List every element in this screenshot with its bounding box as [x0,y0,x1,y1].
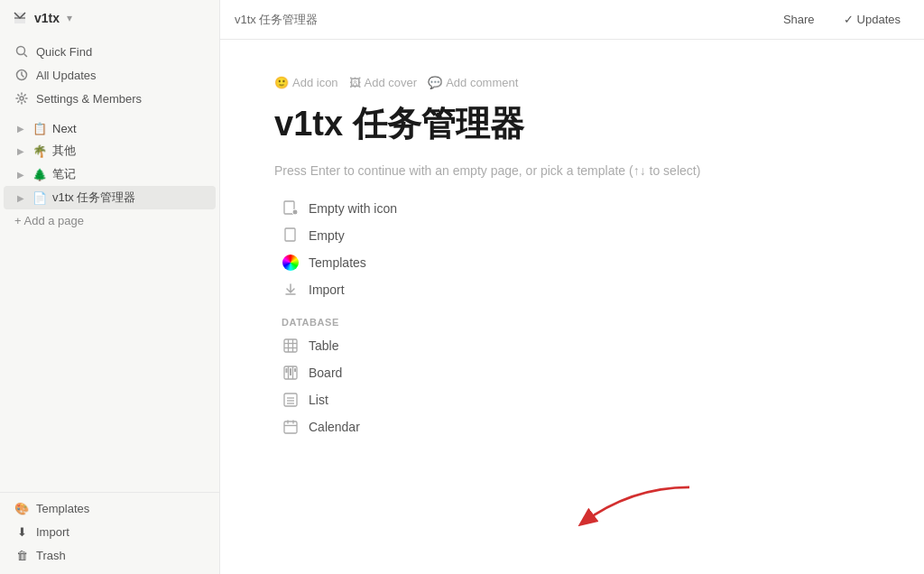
option-empty[interactable]: Empty [274,223,870,248]
page-hint: Press Enter to continue with an empty pa… [274,163,870,178]
option-calendar[interactable]: Calendar [274,414,870,440]
chevron-qita: ▶ [14,144,27,157]
settings-icon [14,91,29,106]
add-page-button[interactable]: + Add a page [4,209,216,232]
workspace-chevron: ▾ [67,12,72,24]
sidebar-pages: ▶ 📋 Next ▶ 🌴 其他 ▶ 🌲 笔记 ▶ 📄 v1tx 任务管理器 [0,114,219,488]
chevron-v1tx: ▶ [14,191,27,204]
templates-colorwheel-icon [282,254,300,272]
option-table[interactable]: Table [274,333,870,358]
calendar-icon [282,418,300,436]
templates-option-label: Templates [309,255,366,270]
page-icon-qita: 🌴 [32,144,47,158]
add-cover-action[interactable]: 🖼 Add cover [349,76,418,89]
import-label: Import [36,525,69,539]
main-content: 🙂 Add icon 🖼 Add cover 💬 Add comment v1t… [220,40,924,574]
sidebar-item-quick-find[interactable]: Quick Find [7,40,212,63]
import-down-icon [282,281,300,299]
template-options: Empty with icon Empty Templa [274,196,870,302]
sidebar: v1tx ▾ Quick Find All Updates Se [0,0,220,574]
svg-point-2 [20,97,23,100]
page-title[interactable]: v1tx 任务管理器 [274,104,870,145]
sidebar-page-v1tx[interactable]: ▶ 📄 v1tx 任务管理器 [4,186,216,209]
db-section-label: DATABASE [282,317,870,328]
all-updates-label: All Updates [36,69,96,82]
trash-icon: 🗑 [14,548,29,562]
import-icon: ⬇ [14,524,29,539]
svg-rect-15 [290,368,291,375]
add-comment-label: Add comment [446,76,518,89]
option-board[interactable]: Board [274,360,870,385]
table-label: Table [309,338,338,353]
sidebar-item-trash[interactable]: 🗑 Trash [7,543,212,567]
sidebar-item-import[interactable]: ⬇ Import [7,520,212,543]
sidebar-page-qita[interactable]: ▶ 🌴 其他 [4,139,216,162]
updates-label: Updates [857,13,901,26]
clock-icon [14,68,29,82]
add-cover-label: Add cover [365,76,418,89]
updates-check: ✓ [844,13,854,26]
templates-label: Templates [36,502,89,515]
svg-rect-6 [284,339,297,352]
list-icon [282,391,300,409]
topbar: v1tx 任务管理器 Share ✓ Updates [220,0,924,40]
trash-label: Trash [36,549,66,562]
page-label-qita: 其他 [52,143,76,159]
calendar-label: Calendar [309,420,360,434]
svg-rect-21 [284,421,297,433]
sidebar-page-biji[interactable]: ▶ 🌲 笔记 [4,162,216,186]
page-label-v1tx: v1tx 任务管理器 [52,190,135,206]
option-list[interactable]: List [274,387,870,412]
sidebar-page-next[interactable]: ▶ 📋 Next [4,117,216,139]
import-option-label: Import [309,282,345,297]
svg-rect-14 [286,368,288,373]
empty-icon [282,227,300,245]
chevron-biji: ▶ [14,168,27,181]
topbar-right: Share ✓ Updates [774,9,910,30]
breadcrumb: v1tx 任务管理器 [235,12,318,28]
red-arrow-annotation [572,482,689,532]
board-label: Board [309,366,342,380]
workspace-logo [11,9,29,27]
svg-rect-16 [294,368,296,372]
templates-icon: 🎨 [14,501,29,515]
add-cover-icon: 🖼 [349,76,361,89]
sidebar-item-all-updates[interactable]: All Updates [7,63,212,87]
updates-button[interactable]: ✓ Updates [835,9,910,30]
empty-with-icon-icon [282,199,300,218]
page-icon-v1tx: 📄 [32,190,47,205]
workspace-name: v1tx [34,11,60,25]
page-label-next: Next [52,122,77,135]
share-button[interactable]: Share [774,9,824,30]
db-options: Table Board [274,333,870,440]
board-icon [282,364,300,382]
add-icon-emoji: 🙂 [274,76,289,89]
chevron-next: ▶ [14,122,27,134]
option-import[interactable]: Import [274,277,870,302]
add-icon-action[interactable]: 🙂 Add icon [274,76,338,89]
table-icon [282,337,300,355]
add-comment-icon: 💬 [428,76,442,89]
empty-label: Empty [309,228,345,243]
add-comment-action[interactable]: 💬 Add comment [428,76,518,89]
sidebar-footer: 🎨 Templates ⬇ Import 🗑 Trash [0,492,219,574]
svg-rect-5 [285,228,295,241]
list-label: List [309,393,328,407]
add-icon-label: Add icon [292,76,338,89]
page-icon-biji: 🌲 [32,167,47,181]
svg-point-0 [17,47,25,55]
add-page-label: + Add a page [14,214,84,227]
search-icon [14,44,29,59]
sidebar-item-settings[interactable]: Settings & Members [7,87,212,110]
option-templates[interactable]: Templates [274,250,870,275]
svg-point-4 [292,209,298,215]
sidebar-nav: Quick Find All Updates Settings & Member… [0,36,219,114]
settings-label: Settings & Members [36,92,142,106]
sidebar-item-templates[interactable]: 🎨 Templates [7,496,212,520]
option-empty-with-icon[interactable]: Empty with icon [274,196,870,221]
svg-rect-17 [284,393,297,406]
empty-with-icon-label: Empty with icon [309,201,397,216]
workspace-header[interactable]: v1tx ▾ [0,0,219,36]
page-label-biji: 笔记 [52,166,76,182]
quick-find-label: Quick Find [36,45,92,59]
